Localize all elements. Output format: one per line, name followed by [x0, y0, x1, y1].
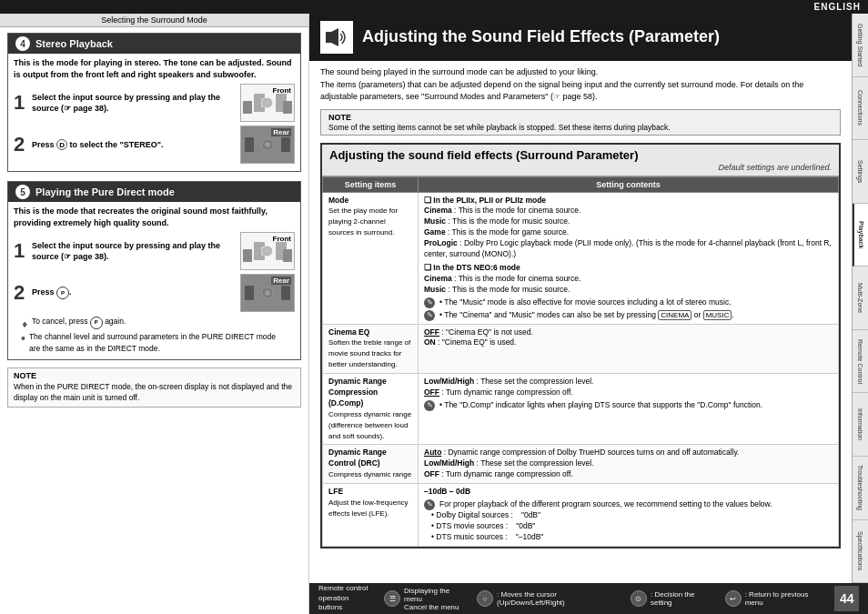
- adjusting-box: Adjusting the sound field effects (Surro…: [320, 143, 841, 549]
- english-banner: ENGLISH: [0, 0, 868, 14]
- pure-icon: P: [56, 287, 69, 299]
- left-panel: Selecting the Surround Mode 4 Stereo Pla…: [0, 14, 309, 614]
- param-table: Setting items Setting contents Mode Set …: [322, 176, 839, 547]
- content-drcontrol: Auto : Dynamic range compression of Dolb…: [419, 445, 839, 484]
- enter-text: : Decision the setting: [651, 590, 714, 607]
- setting-drc: Dynamic Range Compression (D.Comp) Compr…: [323, 374, 419, 445]
- mode-game: Game : This is the mode for game source.: [424, 227, 833, 238]
- content-area: Adjusting the Sound Field Effects (Param…: [309, 14, 852, 583]
- ctrl-menu: ☰ Displaying the menu Cancel the menu: [384, 587, 466, 611]
- mode-dts-music: Music : This is the mode for music sourc…: [424, 285, 833, 296]
- cancel-bullet-2: The channel level and surround parameter…: [29, 331, 288, 355]
- svg-marker-21: [331, 28, 338, 46]
- mode-dts-cinema: Cinema : This is the mode for cinema sou…: [424, 274, 833, 285]
- cinema-off: OFF : "Cinema EQ" is not used.: [424, 327, 833, 338]
- table-row: Dynamic Range Control (DRC) Compress dyn…: [323, 445, 839, 484]
- section-num-4: 4: [15, 36, 30, 51]
- pure-step2-diagram: Rear: [240, 274, 295, 312]
- lfe-dts-movie: • DTS movie sources : "0dB": [424, 521, 833, 532]
- pure-step1-row: 1 Select the input source by pressing an…: [14, 232, 295, 270]
- section-pure-desc: This is the mode that recreates the orig…: [14, 206, 295, 228]
- note-icon-4: ✎: [424, 499, 435, 510]
- mode-header1: ❑ In the PLIIx, PLII or PLIIz mode: [424, 196, 833, 206]
- rear-label-2: Rear: [271, 277, 291, 285]
- table-row: Mode Set the play mode for playing 2-cha…: [323, 192, 839, 324]
- cursor-icon[interactable]: ○: [477, 590, 493, 607]
- drc-lmh: Low/Mid/High : These set the compression…: [424, 377, 833, 388]
- menu-icon[interactable]: ☰: [384, 590, 400, 607]
- pure-step2-num: 2: [14, 283, 28, 303]
- mode-prologic: ProLogic : Dolby Pro Logic playback mode…: [424, 238, 833, 260]
- note-icon-2: ✎: [424, 310, 435, 321]
- section-stereo-title: 4 Stereo Playback: [8, 34, 300, 54]
- setting-drcontrol: Dynamic Range Control (DRC) Compress dyn…: [323, 445, 419, 484]
- note-banner: NOTE Some of the setting items cannot be…: [320, 109, 841, 136]
- front-label: Front: [273, 86, 291, 95]
- section-pure-title: 5 Playing the Pure Direct mode: [8, 182, 300, 202]
- sound-icon: [324, 25, 349, 50]
- drc-label: Dynamic Range Compression (D.Comp): [328, 377, 387, 408]
- tab-getting-started[interactable]: Getting Started: [853, 14, 868, 77]
- mode-sub: Set the play mode for playing 2-channel …: [328, 206, 398, 237]
- lfe-dts-music: • DTS music sources : "–10dB": [424, 532, 833, 543]
- tab-multi-zone[interactable]: Multi-Zone: [853, 267, 868, 330]
- ctrl-enter: ⊙ : Decision the setting: [631, 590, 714, 607]
- right-panel: Adjusting the Sound Field Effects (Param…: [309, 14, 868, 614]
- drc-sub: Compress dynamic range (difference betwe…: [328, 410, 411, 440]
- tab-troubleshooting[interactable]: Troubleshooting: [853, 457, 868, 520]
- section-num-5: 5: [15, 185, 30, 199]
- svg-rect-16: [245, 286, 254, 300]
- tab-settings[interactable]: Settings: [853, 140, 868, 204]
- step1-diagram: Front: [240, 84, 295, 122]
- cinema-eq-label: Cinema EQ: [328, 327, 369, 337]
- adjusting-title: Adjusting the sound field effects (Surro…: [322, 145, 839, 176]
- content-lfe: –10dB – 0dB ✎ For proper playback of the…: [419, 484, 839, 547]
- svg-rect-17: [281, 286, 290, 300]
- return-text: : Return to previous menu: [745, 590, 824, 607]
- section-stereo-desc: This is the mode for playing in stereo. …: [14, 57, 295, 80]
- step2-text: Press D to select the "STEREO".: [32, 139, 237, 151]
- table-row: Dynamic Range Compression (D.Comp) Compr…: [323, 374, 839, 445]
- step2-row: 2 Press D to select the "STEREO". Rear: [14, 126, 295, 164]
- svg-rect-7: [281, 137, 290, 152]
- cursor-text: : Moves the cursor (Up/Down/Left/Right): [497, 590, 620, 607]
- content-drc: Low/Mid/High : These set the compression…: [419, 374, 839, 445]
- drcontrol-auto: Auto : Dynamic range compression of Dolb…: [424, 448, 833, 458]
- table-row: Cinema EQ Soften the treble range of mov…: [323, 324, 839, 374]
- lfe-dolby: • Dolby Digital sources : "0dB": [424, 510, 833, 521]
- left-header: Selecting the Surround Mode: [0, 14, 308, 27]
- enter-icon[interactable]: ⊙: [631, 590, 647, 607]
- setting-mode: Mode Set the play mode for playing 2-cha…: [323, 192, 419, 324]
- ctrl-cursor: ○ : Moves the cursor (Up/Down/Left/Right…: [477, 590, 620, 607]
- tab-remote-control[interactable]: Remote Control: [853, 330, 868, 394]
- note-icon-1: ✎: [424, 297, 435, 308]
- title-icon: [320, 21, 353, 54]
- intro-line-1: The sound being played in the surround m…: [320, 66, 841, 79]
- cinema-eq-sub: Soften the treble range of movie sound t…: [328, 338, 410, 368]
- big-title-section: Adjusting the Sound Field Effects (Param…: [309, 14, 852, 61]
- tab-connections[interactable]: Connections: [853, 77, 868, 141]
- section-pure-label: Playing the Pure Direct mode: [35, 186, 175, 197]
- bottom-bar: Remote control operation buttons ☰ Displ…: [309, 583, 868, 614]
- svg-rect-6: [245, 137, 254, 152]
- remote-control-label: Remote control operation buttons: [318, 584, 373, 612]
- svg-rect-4: [283, 101, 292, 114]
- pure-icon-2: P: [90, 317, 103, 329]
- tab-playback[interactable]: Playback: [853, 204, 868, 267]
- svg-rect-0: [243, 101, 252, 114]
- step2-diagram: Rear: [240, 126, 295, 164]
- tab-specifications[interactable]: Specifications: [853, 520, 868, 584]
- table-row: LFE Adjust the low-frequency effects lev…: [323, 484, 839, 547]
- drcontrol-label: Dynamic Range Control (DRC): [328, 448, 387, 468]
- svg-point-19: [265, 290, 270, 296]
- drcontrol-off: OFF : Turn dynamic range compression off…: [424, 469, 833, 480]
- svg-rect-10: [243, 249, 252, 262]
- intro-text: The sound being played in the surround m…: [309, 61, 852, 106]
- tab-information[interactable]: Information: [853, 393, 868, 457]
- section-stereo-label: Stereo Playback: [35, 38, 113, 49]
- drcontrol-lmh: Low/Mid/High : These set the compression…: [424, 458, 833, 469]
- section-pure-body: This is the mode that recreates the orig…: [8, 202, 300, 359]
- pure-step1-diagram: Front: [240, 232, 295, 270]
- return-icon[interactable]: ↩: [725, 590, 742, 607]
- drcontrol-sub: Compress dynamic range: [328, 470, 411, 478]
